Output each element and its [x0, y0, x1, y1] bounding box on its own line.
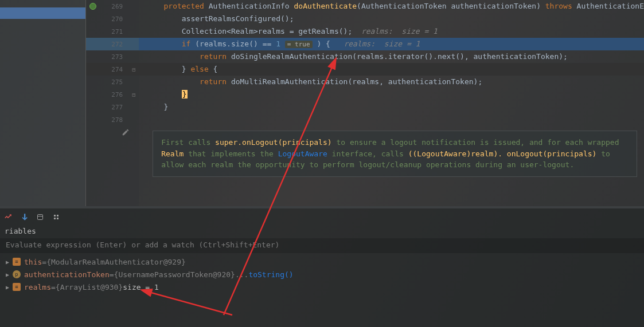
line-number[interactable]: 278: [86, 113, 139, 126]
expand-icon[interactable]: ▶: [6, 284, 13, 290]
code-line[interactable]: }: [139, 101, 644, 113]
evaluate-expression-input[interactable]: Evaluate expression (Enter) or add a wat…: [0, 238, 644, 253]
inline-debug-value: = true: [285, 41, 313, 48]
code-pane[interactable]: protected AuthenticationInfo doAuthentic…: [139, 0, 644, 206]
line-number[interactable]: 269: [86, 0, 139, 13]
line-number[interactable]: 271: [86, 25, 139, 38]
expand-icon[interactable]: ▶: [6, 259, 13, 265]
edit-icon[interactable]: [86, 126, 139, 139]
variable-row[interactable]: ▶ ≡ realms = {ArrayList@930} size = 1: [0, 281, 644, 293]
code-line[interactable]: return doMultiRealmAuthentication(realms…: [139, 76, 644, 88]
line-number[interactable]: 275: [86, 76, 139, 88]
code-line[interactable]: Collection<Realm>realms = getRealms(); r…: [139, 25, 644, 38]
svg-rect-0: [38, 215, 43, 220]
line-number[interactable]: 274⊟: [86, 63, 139, 76]
code-line[interactable]: }: [139, 88, 644, 101]
code-line[interactable]: return doSingleRealmAuthentication(realm…: [139, 50, 644, 63]
svg-rect-3: [57, 215, 58, 216]
field-icon: ≡: [13, 283, 21, 291]
editor-gutter: 269 270 271 272 273 274⊟ 275 276⊟ 277 27…: [86, 0, 139, 206]
svg-rect-2: [54, 215, 56, 216]
code-line[interactable]: assertRealmsConfigured();: [139, 13, 644, 25]
variables-tab[interactable]: riables: [0, 226, 644, 238]
sidebar-selection[interactable]: [0, 7, 85, 19]
line-number[interactable]: 276⊟: [86, 88, 139, 101]
debug-panel[interactable]: riables Evaluate expression (Enter) or a…: [0, 208, 644, 327]
step-over-icon[interactable]: [3, 212, 13, 222]
breakpoint-icon[interactable]: [89, 3, 96, 10]
line-number[interactable]: 277: [86, 101, 139, 113]
line-number[interactable]: 272: [86, 38, 139, 50]
variable-row[interactable]: ▶ p authenticationToken = {UsernamePassw…: [0, 268, 644, 281]
code-line[interactable]: [139, 113, 644, 126]
expand-icon[interactable]: ▶: [6, 271, 13, 278]
fold-icon[interactable]: ⊟: [132, 92, 135, 98]
param-icon: p: [13, 270, 21, 278]
variables-list: ▶ ≡ this = {ModularRealmAuthenticator@92…: [0, 253, 644, 327]
code-editor[interactable]: 269 270 271 272 273 274⊟ 275 276⊟ 277 27…: [86, 0, 644, 206]
line-number[interactable]: 273: [86, 50, 139, 63]
svg-rect-4: [54, 218, 56, 219]
project-sidebar[interactable]: [0, 0, 86, 206]
svg-rect-5: [57, 218, 58, 219]
field-icon: ≡: [13, 258, 21, 266]
fold-icon[interactable]: ⊟: [132, 66, 135, 73]
line-number[interactable]: 270: [86, 13, 139, 25]
more-icon[interactable]: [52, 212, 61, 222]
debug-toolbar: [0, 208, 644, 226]
tostring-link[interactable]: toString(): [248, 270, 293, 279]
code-line[interactable]: protected AuthenticationInfo doAuthentic…: [139, 0, 644, 13]
step-into-icon[interactable]: [19, 212, 29, 222]
variable-row[interactable]: ▶ ≡ this = {ModularRealmAuthenticator@92…: [0, 255, 644, 268]
javadoc-popup: First calls super.onLogout(principals) t…: [153, 131, 637, 177]
calculator-icon[interactable]: [36, 212, 45, 222]
code-line-highlighted[interactable]: if (realms.size() == 1 = true ) { realms…: [139, 38, 644, 50]
code-line-current[interactable]: } else {: [139, 63, 644, 76]
